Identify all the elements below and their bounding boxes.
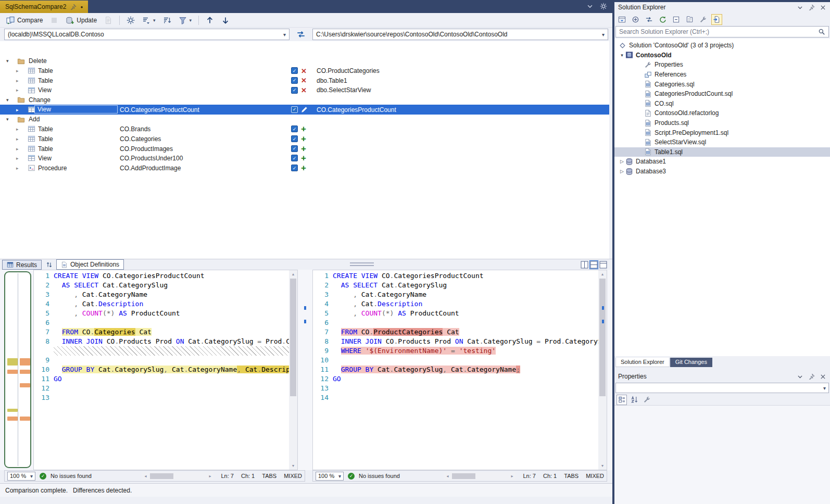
doc-well-gear-icon[interactable]: [600, 3, 607, 10]
scroll-left-arrow[interactable]: ◂: [142, 474, 149, 478]
scroll-down-arrow[interactable]: ▾: [289, 462, 297, 470]
scroll-track[interactable]: [149, 472, 206, 480]
chevron-right-icon[interactable]: ▸: [16, 163, 19, 173]
solution-explorer-header[interactable]: Solution Explorer: [614, 2, 830, 12]
tree-item-co-sql[interactable]: CO.sql: [614, 99, 830, 109]
include-checkbox[interactable]: ✓: [291, 67, 298, 74]
tree-item-contosoold[interactable]: ▾ContosoOld: [614, 51, 830, 60]
compare-row[interactable]: ▸View✓✕dbo.SelectStarView: [0, 85, 609, 95]
chevron-down-icon[interactable]: ▾: [6, 115, 9, 124]
alphabetical-button[interactable]: [629, 395, 639, 405]
close-icon[interactable]: [820, 4, 826, 11]
tree-item-categories-sql[interactable]: Categories.sql: [614, 79, 830, 89]
diff-overview-bar[interactable]: [4, 271, 31, 468]
properties-header[interactable]: Properties: [614, 371, 830, 382]
compare-group-row[interactable]: ▾Change: [0, 95, 609, 105]
preview-selected-items-button[interactable]: [711, 14, 722, 25]
tree-item-categoriesproductcount-sql[interactable]: CategoriesProductCount.sql: [614, 89, 830, 99]
compare-row[interactable]: ▸Table✓✕CO.ProductCategories: [0, 66, 609, 76]
compare-group-row[interactable]: ▾Add: [0, 115, 609, 124]
tree-item-products-sql[interactable]: Products.sql: [614, 118, 830, 128]
properties-button[interactable]: [698, 14, 709, 25]
target-code-editor[interactable]: 1CREATE VIEW CO.CategoriesProductCount2 …: [312, 270, 607, 470]
close-icon[interactable]: [820, 373, 826, 380]
split-side-by-side-button[interactable]: [581, 261, 588, 269]
switch-views-button[interactable]: [617, 14, 627, 25]
include-checkbox[interactable]: ✓: [291, 155, 298, 161]
tree-item-references[interactable]: References: [614, 70, 830, 80]
chevron-right-icon[interactable]: ▸: [16, 154, 19, 163]
pending-changes-filter-button[interactable]: [630, 14, 641, 25]
sort-results-button[interactable]: [43, 260, 55, 269]
tab-results[interactable]: Results: [2, 260, 42, 270]
next-difference-button[interactable]: [218, 15, 233, 26]
include-checkbox[interactable]: ✓: [291, 77, 298, 84]
source-combo[interactable]: (localdb)\MSSQLLocalDB.Contoso ▾: [4, 29, 290, 40]
group-results-button[interactable]: ▾: [139, 15, 159, 26]
tool-tab-git-changes[interactable]: Git Changes: [670, 358, 712, 367]
chevron-right-icon[interactable]: ▸: [16, 75, 19, 85]
chevron-right-icon[interactable]: ▷: [619, 159, 625, 164]
compare-row[interactable]: ▸TableCO.ProductImages✓+: [0, 144, 609, 154]
compare-row[interactable]: ▸ViewCO.ProductsUnder100✓+: [0, 154, 609, 163]
options-button[interactable]: [123, 15, 138, 26]
tree-item-table1-sql[interactable]: Table1.sql: [614, 147, 830, 157]
generate-script-button[interactable]: [101, 15, 116, 26]
tree-item-selectstarview-sql[interactable]: SelectStarView.sql: [614, 137, 830, 147]
tree-item-properties[interactable]: Properties: [614, 60, 830, 70]
chevron-right-icon[interactable]: ▸: [16, 105, 19, 115]
zoom-level-combo[interactable]: 100 %▾: [7, 472, 35, 481]
editor-splitter[interactable]: [298, 270, 312, 470]
search-input[interactable]: [615, 26, 829, 37]
tree-item-solution-contosoold-3-of-3-projects-[interactable]: Solution 'ContosoOld' (3 of 3 projects): [614, 41, 830, 51]
doc-well-dropdown-icon[interactable]: [586, 3, 594, 10]
vertical-scrollbar[interactable]: ▴ ▾: [289, 270, 297, 470]
vertical-scrollbar[interactable]: ▴ ▾: [598, 270, 607, 470]
scroll-thumb[interactable]: [452, 473, 475, 479]
switch-direction-button[interactable]: [290, 28, 312, 41]
sync-with-active-document-button[interactable]: [644, 14, 655, 25]
stop-button[interactable]: [47, 15, 61, 26]
pin-icon[interactable]: [70, 4, 77, 10]
compare-button[interactable]: Compare: [3, 15, 46, 26]
update-button[interactable]: Update: [62, 15, 100, 26]
scroll-up-arrow[interactable]: ▴: [598, 270, 607, 278]
window-position-icon[interactable]: [797, 4, 803, 11]
scroll-right-arrow[interactable]: ▸: [206, 474, 213, 478]
horizontal-scrollbar[interactable]: ◂▸: [142, 472, 213, 480]
zoom-level-combo[interactable]: 100 %▾: [316, 472, 344, 481]
include-checkbox[interactable]: ✓: [291, 125, 298, 132]
source-code-editor[interactable]: 1CREATE VIEW CO.CategoriesProductCount2 …: [33, 270, 298, 470]
scroll-left-arrow[interactable]: ◂: [444, 474, 451, 478]
tool-tab-solution-explorer[interactable]: Solution Explorer: [615, 358, 670, 367]
include-checkbox[interactable]: ✓: [291, 87, 298, 94]
include-checkbox[interactable]: ✓: [291, 135, 298, 142]
horizontal-scrollbar[interactable]: ◂▸: [444, 472, 515, 480]
chevron-down-icon[interactable]: ▾: [6, 56, 9, 66]
chevron-right-icon[interactable]: ▸: [16, 66, 19, 76]
compare-row[interactable]: ▸ViewCO.CategoriesProductCount✓CO.Catego…: [0, 105, 609, 115]
scroll-down-arrow[interactable]: ▾: [598, 462, 607, 470]
target-combo[interactable]: C:\Users\drskwier\source\repos\ContosoOl…: [312, 29, 608, 40]
categorized-button[interactable]: [617, 395, 627, 405]
compare-row[interactable]: ▸TableCO.Brands✓+: [0, 124, 609, 134]
include-checkbox[interactable]: ✓: [291, 106, 298, 113]
refresh-button[interactable]: [657, 14, 668, 25]
collapse-all-button[interactable]: [671, 14, 682, 25]
single-pane-button[interactable]: [599, 261, 607, 269]
compare-row[interactable]: ▸ProcedureCO.AddProductImage✓+: [0, 163, 609, 173]
pin-icon[interactable]: [808, 4, 815, 11]
chevron-down-icon[interactable]: ▾: [619, 53, 625, 58]
tree-item-database3[interactable]: ▷Database3: [614, 167, 830, 177]
chevron-down-icon[interactable]: ▾: [6, 95, 9, 105]
chevron-right-icon[interactable]: ▸: [16, 85, 19, 95]
window-position-icon[interactable]: [797, 373, 803, 380]
split-horizontal-button[interactable]: [590, 261, 598, 269]
compare-row[interactable]: ▸Table✓✕dbo.Table1: [0, 75, 609, 85]
properties-object-combo[interactable]: ▾: [615, 383, 829, 393]
compare-group-row[interactable]: ▾Delete: [0, 56, 609, 66]
scroll-thumb[interactable]: [150, 473, 173, 479]
scroll-thumb[interactable]: [599, 279, 606, 396]
scroll-up-arrow[interactable]: ▴: [289, 270, 297, 278]
document-tab[interactable]: SqlSchemaCompare2 ●: [0, 1, 88, 13]
